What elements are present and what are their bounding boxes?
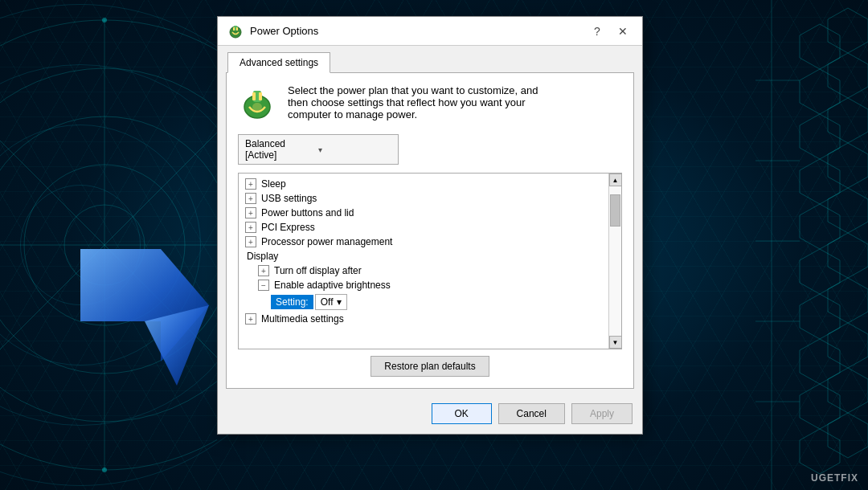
dialog-buttons: OK Cancel Apply <box>218 397 642 434</box>
tree-item-processor[interactable]: + Processor power management <box>239 235 608 249</box>
svg-marker-5 <box>800 114 840 159</box>
scroll-thumb[interactable] <box>610 194 620 227</box>
svg-marker-0 <box>800 24 840 69</box>
svg-marker-11 <box>800 249 840 294</box>
usb-label: USB settings <box>261 193 317 204</box>
expand-adaptive[interactable]: − <box>258 280 269 291</box>
tree-item-adaptive[interactable]: − Enable adaptive brightness <box>239 278 608 292</box>
dialog-title: Power Options <box>250 25 581 37</box>
svg-marker-3 <box>800 69 840 114</box>
svg-marker-18 <box>828 413 868 458</box>
tree-item-turn-off[interactable]: + Turn off display after <box>239 263 608 278</box>
svg-rect-44 <box>236 27 238 31</box>
apply-button[interactable]: Apply <box>571 403 633 424</box>
expand-pci[interactable]: + <box>245 222 256 233</box>
svg-point-36 <box>102 468 107 472</box>
hex-decoration <box>611 0 868 490</box>
tree-item-multimedia[interactable]: + Multimedia settings <box>239 312 608 326</box>
expand-sleep[interactable]: + <box>245 178 256 190</box>
expand-power-buttons[interactable]: + <box>245 207 256 218</box>
info-section: Select the power plan that you want to c… <box>238 84 622 123</box>
svg-point-35 <box>102 18 107 22</box>
cancel-button[interactable]: Cancel <box>498 403 565 424</box>
dialog-titlebar: Power Options ? ✕ <box>218 17 642 46</box>
help-button[interactable]: ? <box>588 22 607 41</box>
plan-value: Balanced [Active] <box>245 138 318 161</box>
close-button[interactable]: ✕ <box>613 22 633 41</box>
svg-marker-17 <box>800 384 840 429</box>
tree-item-sleep[interactable]: + Sleep <box>239 177 608 191</box>
svg-marker-14 <box>828 323 868 368</box>
restore-plan-defaults-button[interactable]: Restore plan defaults <box>371 356 489 377</box>
tree-item-power-buttons[interactable]: + Power buttons and lid <box>239 206 608 220</box>
power-options-dialog: Power Options ? ✕ Advanced settings Sele… <box>217 16 643 435</box>
setting-value: Off <box>321 296 334 308</box>
scroll-track <box>609 186 621 336</box>
svg-point-49 <box>252 103 262 111</box>
svg-marker-9 <box>800 204 840 249</box>
svg-marker-15 <box>800 339 840 384</box>
scroll-down-btn[interactable]: ▼ <box>609 336 622 349</box>
processor-label: Processor power management <box>261 236 392 247</box>
setting-chevron: ▾ <box>337 296 342 308</box>
svg-marker-12 <box>828 278 868 323</box>
settings-tree: + Sleep + USB settings + Power buttons a… <box>239 174 608 349</box>
svg-marker-1 <box>828 8 868 53</box>
svg-rect-47 <box>252 92 256 100</box>
ok-button[interactable]: OK <box>432 403 492 424</box>
svg-rect-43 <box>233 27 235 31</box>
display-label: Display <box>239 249 608 263</box>
watermark: UGETFIX <box>811 472 858 484</box>
expand-multimedia[interactable]: + <box>245 313 256 325</box>
setting-label: Setting: <box>271 295 313 309</box>
svg-marker-7 <box>800 159 840 204</box>
tree-item-pci[interactable]: + PCI Express <box>239 220 608 235</box>
scroll-up-btn[interactable]: ▲ <box>609 174 622 186</box>
svg-marker-8 <box>828 188 868 233</box>
tab-advanced-settings[interactable]: Advanced settings <box>227 52 330 73</box>
adaptive-label: Enable adaptive brightness <box>274 280 391 291</box>
settings-tree-container: + Sleep + USB settings + Power buttons a… <box>238 173 622 349</box>
svg-marker-19 <box>800 429 840 474</box>
expand-processor[interactable]: + <box>245 236 256 247</box>
turn-off-label: Turn off display after <box>274 265 362 276</box>
svg-marker-4 <box>828 98 868 143</box>
dialog-content: Select the power plan that you want to c… <box>226 72 634 389</box>
scrollbar: ▲ ▼ <box>608 174 621 349</box>
setting-row: Setting: Off ▾ <box>239 292 608 312</box>
dropdown-chevron: ▾ <box>318 145 391 154</box>
power-options-icon <box>227 23 244 39</box>
power-buttons-label: Power buttons and lid <box>261 207 354 218</box>
expand-usb[interactable]: + <box>245 193 256 204</box>
multimedia-label: Multimedia settings <box>261 313 344 325</box>
pci-label: PCI Express <box>261 222 315 233</box>
plan-dropdown[interactable]: Balanced [Active] ▾ <box>238 134 399 165</box>
sleep-label: Sleep <box>261 178 286 190</box>
tab-bar: Advanced settings <box>218 46 642 72</box>
info-text: Select the power plan that you want to c… <box>288 84 538 120</box>
svg-marker-6 <box>828 143 868 188</box>
svg-marker-16 <box>828 368 868 413</box>
svg-marker-10 <box>828 233 868 278</box>
svg-marker-2 <box>828 53 868 98</box>
svg-rect-48 <box>259 92 262 100</box>
tree-item-usb[interactable]: + USB settings <box>239 191 608 206</box>
svg-marker-13 <box>800 294 840 339</box>
expand-turn-off[interactable]: + <box>258 265 269 276</box>
power-plan-icon <box>238 84 276 123</box>
setting-dropdown[interactable]: Off ▾ <box>315 294 347 310</box>
